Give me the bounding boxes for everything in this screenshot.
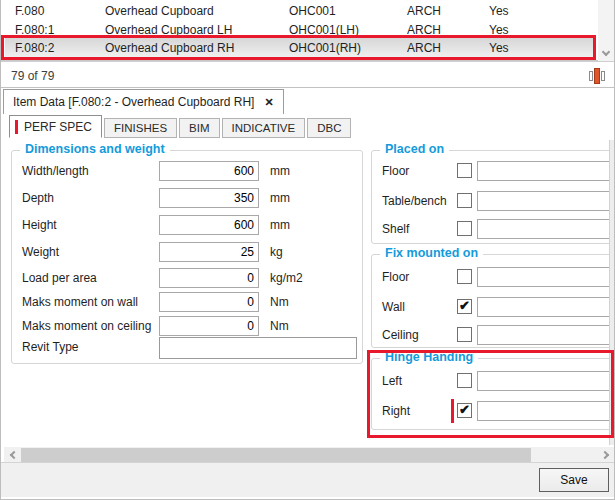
tab-perf-spec[interactable]: PERF SPEC [9, 115, 102, 138]
group-placed-on: Placed on Floor Table/bench Shelf [371, 150, 615, 244]
group-title: Fix mounted on [380, 246, 483, 260]
checkmark-icon: ✔ [459, 299, 470, 312]
cell-discipline: ARCH [407, 41, 489, 55]
placed-floor-field[interactable] [477, 161, 610, 181]
field-row: Ceiling [372, 325, 614, 347]
cell-name: Overhead Cupboard [105, 4, 289, 18]
tab-label: FINISHES [114, 122, 167, 134]
field-row: Height mm [12, 215, 362, 237]
fix-wall-checkbox[interactable]: ✔ [457, 299, 472, 314]
tab-bim[interactable]: BIM [179, 118, 219, 138]
table-row[interactable]: F.080 Overhead Cupboard OHC001 ARCH Yes [5, 1, 595, 20]
maks-moment-wall-input[interactable] [159, 292, 259, 312]
field-label: Right [382, 404, 410, 418]
cell-code: F.080:2 [5, 41, 105, 55]
fix-ceiling-checkbox[interactable] [457, 327, 472, 342]
placed-table-bench-checkbox[interactable] [457, 193, 472, 208]
placed-floor-checkbox[interactable] [457, 163, 472, 178]
depth-input[interactable] [159, 188, 259, 208]
close-icon[interactable]: ✕ [264, 96, 273, 109]
field-row: Floor [372, 267, 614, 289]
field-label: Width/length [22, 164, 89, 178]
cell-type: OHC001(RH) [289, 41, 407, 55]
height-input[interactable] [159, 215, 259, 235]
group-hinge-handing: Hinge Handing Left Right ✔ [371, 358, 615, 430]
unit-label: kg/m2 [270, 271, 303, 285]
width-length-input[interactable] [159, 161, 259, 181]
hinge-right-checkbox[interactable]: ✔ [457, 403, 472, 418]
field-label: Wall [382, 300, 405, 314]
field-label: Floor [382, 164, 409, 178]
field-row: Width/length mm [12, 161, 362, 183]
field-row: Maks moment on ceiling Nm [12, 316, 362, 338]
tab-label: PERF SPEC [24, 120, 92, 134]
tab-label: INDICATIVE [232, 122, 296, 134]
tab-label: DBC [317, 122, 341, 134]
tab-label: BIM [189, 122, 209, 134]
placed-shelf-checkbox[interactable] [457, 221, 472, 236]
horizontal-scrollbar[interactable] [4, 447, 614, 463]
hinge-right-field[interactable] [477, 401, 610, 421]
group-fix-mounted-on: Fix mounted on Floor Wall ✔ Ceiling [371, 254, 615, 348]
table-row-selected[interactable]: F.080:2 Overhead Cupboard RH OHC001(RH) … [5, 38, 595, 57]
unit-label: kg [270, 245, 283, 259]
cell-name: Overhead Cupboard RH [105, 41, 289, 55]
chevron-down-icon [602, 47, 610, 55]
cell-flag: Yes [489, 23, 549, 37]
field-label: Ceiling [382, 328, 419, 342]
weight-input[interactable] [159, 242, 259, 262]
revit-type-input[interactable] [159, 337, 357, 359]
group-dimensions-and-weight: Dimensions and weight Width/length mm De… [11, 150, 363, 364]
cell-discipline: ARCH [407, 23, 489, 37]
field-label: Floor [382, 270, 409, 284]
table-status-bar: 79 of 79 [1, 61, 615, 88]
footer-bar: Save [1, 462, 615, 497]
load-per-area-input[interactable] [159, 268, 259, 288]
field-row: Wall ✔ [372, 297, 614, 319]
scroll-right-button[interactable] [598, 447, 614, 463]
placed-table-bench-field[interactable] [477, 191, 610, 211]
hinge-left-checkbox[interactable] [457, 373, 472, 388]
field-row: Revit Type [12, 337, 362, 361]
unit-label: Nm [270, 295, 289, 309]
group-title: Dimensions and weight [20, 142, 170, 156]
field-label: Height [22, 218, 57, 232]
item-columns-icon[interactable] [587, 67, 607, 84]
unit-label: mm [270, 164, 290, 178]
scroll-down-button[interactable] [598, 45, 614, 61]
field-label: Maks moment on wall [22, 295, 138, 309]
table-row[interactable]: F.080:1 Overhead Cupboard LH OHC001(LH) … [5, 20, 595, 39]
table-vertical-scrollbar[interactable] [598, 0, 614, 61]
save-button[interactable]: Save [539, 468, 609, 492]
chevron-left-icon [9, 451, 17, 459]
scroll-left-button[interactable] [4, 447, 20, 463]
maks-moment-ceiling-input[interactable] [159, 316, 259, 336]
field-label: Shelf [382, 222, 409, 236]
record-count: 79 of 79 [11, 69, 54, 83]
cell-name: Overhead Cupboard LH [105, 23, 289, 37]
field-label: Left [382, 374, 402, 388]
field-row: Depth mm [12, 188, 362, 210]
fix-floor-field[interactable] [477, 267, 610, 287]
group-title: Hinge Handing [380, 350, 478, 364]
tab-finishes[interactable]: FINISHES [104, 118, 177, 138]
hinge-left-field[interactable] [477, 371, 610, 391]
fix-floor-checkbox[interactable] [457, 269, 472, 284]
field-label: Depth [22, 191, 54, 205]
cell-code: F.080 [5, 4, 105, 18]
tab-indicative[interactable]: INDICATIVE [222, 118, 306, 138]
fix-wall-field[interactable] [477, 297, 610, 317]
fix-ceiling-field[interactable] [477, 325, 610, 345]
field-label: Maks moment on ceiling [22, 319, 151, 333]
unit-label: mm [270, 218, 290, 232]
active-tab-indicator [15, 120, 18, 134]
field-row: Weight kg [12, 242, 362, 264]
field-row: Shelf [372, 219, 614, 241]
unit-label: Nm [270, 319, 289, 333]
cell-code: F.080:1 [5, 23, 105, 37]
tab-dbc[interactable]: DBC [307, 118, 351, 138]
field-row: Right ✔ [372, 401, 614, 423]
placed-shelf-field[interactable] [477, 219, 610, 239]
scrollbar-thumb[interactable] [21, 448, 531, 462]
item-data-document-tab[interactable]: Item Data [F.080:2 - Overhead Cupboard R… [3, 89, 284, 114]
